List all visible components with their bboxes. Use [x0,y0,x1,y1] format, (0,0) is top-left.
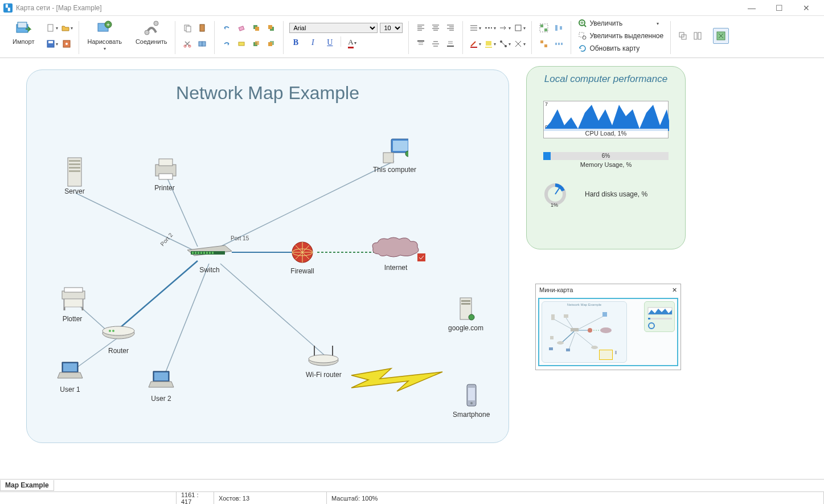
node-switch[interactable]: Switch [185,237,234,274]
node-this-computer[interactable]: This computer [373,137,416,174]
svg-rect-81 [206,252,208,254]
send-back-button[interactable] [265,22,277,34]
font-size-select[interactable]: 10 [380,23,403,33]
node-firewall[interactable]: Firewall [289,239,316,275]
line-color-button[interactable] [469,38,481,50]
align-left-button[interactable] [415,22,427,34]
forward-button[interactable] [250,38,263,50]
line-route-button[interactable] [513,22,526,34]
svg-rect-83 [212,252,214,254]
font-name-select[interactable]: Arial [289,23,378,33]
svg-rect-128 [615,351,617,354]
tile-windows-button[interactable] [691,30,704,42]
italic-button[interactable]: I [306,36,319,49]
open-folder-button[interactable] [60,22,73,34]
svg-point-121 [588,328,592,333]
undo-button[interactable] [220,22,233,34]
draw-button[interactable]: + Нарисовать [85,18,124,52]
svg-rect-123 [550,336,554,339]
close-button[interactable]: ✕ [798,3,815,13]
svg-rect-88 [64,288,83,292]
canvas[interactable]: Network Map Example Port 2 Port 15 Serve… [0,58,824,491]
lightning-icon [346,364,448,398]
fullscreen-button[interactable] [713,28,729,44]
svg-rect-79 [200,252,202,254]
line-dash-button[interactable] [483,22,496,34]
node-google[interactable]: google.com [448,296,483,332]
svg-line-60 [220,264,324,355]
zoom-in-button[interactable]: Увеличить [576,18,661,29]
bring-front-button[interactable] [250,22,263,34]
minimap-close-button[interactable]: ✕ [672,286,677,294]
redo-button[interactable] [220,38,233,50]
svg-rect-14 [200,24,204,31]
cut-button[interactable] [181,38,194,50]
fill-color-button[interactable] [483,38,496,50]
svg-rect-38 [555,25,557,31]
new-file-button[interactable] [46,22,58,34]
connector-button[interactable] [498,38,511,50]
align-objects-button[interactable] [552,22,565,34]
config-button[interactable] [60,38,73,50]
bold-button[interactable]: B [289,36,302,49]
internet-status-icon [417,253,425,261]
tab-map-example[interactable]: Map Example [0,480,54,491]
refresh-map-button[interactable]: Обновить карту [576,43,666,54]
group-button[interactable] [538,22,550,34]
line-arrow-button[interactable] [498,22,511,34]
distribute-button[interactable] [552,38,565,50]
font-color-button[interactable]: A [346,36,358,49]
align-top-button[interactable] [415,38,427,50]
underline-button[interactable]: U [323,36,336,49]
svg-rect-67 [69,170,80,172]
pattern-button[interactable] [513,38,526,50]
highlight-button[interactable] [235,38,248,50]
node-printer[interactable]: Printer [151,155,178,192]
connect-button[interactable]: Соединить [133,18,170,46]
copy-button[interactable] [181,22,194,34]
svg-point-122 [600,327,612,333]
align-middle-button[interactable] [429,38,442,50]
paste-button[interactable] [196,22,208,34]
duplicate-button[interactable] [196,38,208,50]
backward-button[interactable] [265,38,277,50]
minimap-panel[interactable]: Мини-карта ✕ Network Map Example [535,284,681,370]
maximize-button[interactable]: ☐ [770,3,788,13]
import-button[interactable]: Импорт [10,18,36,46]
node-user2[interactable]: User 2 [147,366,175,403]
zoom-selection-button[interactable]: Увеличить выделенное [576,30,666,42]
connect-icon [142,19,161,37]
svg-point-127 [591,346,598,349]
svg-rect-64 [69,160,80,162]
svg-rect-32 [485,47,492,48]
eraser-button[interactable] [235,22,248,34]
node-router[interactable]: Router [101,318,136,355]
cascade-windows-button[interactable] [677,30,689,42]
align-center-button[interactable] [429,22,442,34]
svg-rect-72 [393,141,408,151]
svg-rect-99 [154,372,168,380]
save-button[interactable] [46,38,58,50]
ungroup-button[interactable] [538,38,550,50]
svg-rect-21 [255,27,259,31]
minimize-button[interactable]: — [743,3,760,13]
svg-rect-118 [564,314,568,318]
node-plotter[interactable]: Plotter [59,286,86,323]
align-right-button[interactable] [444,22,457,34]
svg-rect-95 [461,300,470,302]
svg-point-97 [469,314,474,320]
cpu-chart: 7 0 CPU Load, 1% [543,101,669,138]
minimap-viewport[interactable]: Network Map Example [538,298,678,366]
align-bottom-button[interactable] [444,38,457,50]
node-user1[interactable]: User 1 [56,357,84,394]
node-internet[interactable]: Internet [368,235,423,272]
svg-rect-77 [195,252,196,254]
memory-bar: 6% [543,152,669,160]
titlebar: ▚ Карта сети - [Map Example] — ☐ ✕ [0,0,824,16]
node-wifi-router[interactable]: Wi-Fi router [306,342,342,379]
line-weight-button[interactable] [469,22,481,34]
node-smartphone[interactable]: Smartphone [453,382,490,419]
firewall-icon [289,239,316,266]
document-tabs: Map Example [0,479,824,491]
node-server[interactable]: Server [61,159,88,195]
